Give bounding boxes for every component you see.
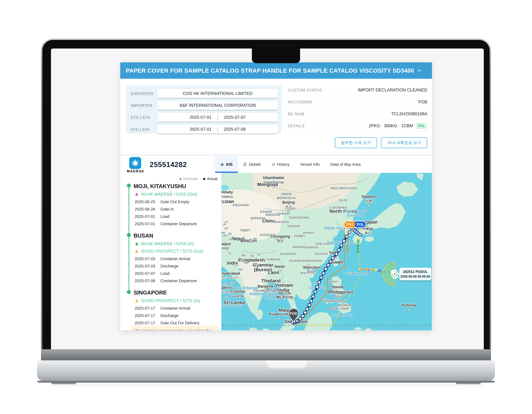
event-name: Discharge xyxy=(161,313,179,318)
map-label: 北京 xyxy=(285,205,292,209)
pol-marker[interactable]: POL xyxy=(357,222,364,226)
route-dot xyxy=(337,248,340,251)
map-label: Luzon xyxy=(328,279,337,283)
route-dot xyxy=(324,268,327,270)
map-label: HEILONGJIANG xyxy=(331,186,357,190)
route-dot xyxy=(342,240,345,242)
route-dot xyxy=(331,256,334,260)
ship-icon xyxy=(135,192,139,196)
city-dot-icon xyxy=(307,265,309,267)
tab-history-icon: ↺ xyxy=(272,162,275,167)
vertical-divider xyxy=(213,160,213,170)
typhoon-track-dot-orange xyxy=(370,269,372,271)
timeline-event: 2025-07-03Container Arrival xyxy=(133,257,221,261)
map-label: ಬೆಂಗಳೂರು xyxy=(221,290,229,294)
tracking-number: 255514282 xyxy=(150,160,187,169)
map-label: GUIZHOU xyxy=(280,252,296,256)
port-dot-icon xyxy=(127,184,131,188)
timeline-event: 2025-07-01Load xyxy=(133,214,221,219)
route-dot xyxy=(359,233,361,236)
route-dot xyxy=(340,244,343,247)
timeline-event: 2025-07-17Discharge xyxy=(133,313,221,318)
vessel-name: GOOD PROSPECT / 527S (Out) xyxy=(141,249,203,254)
field-value: 2025-07-01|2025-07-08 xyxy=(158,125,277,134)
map-label: HUNAN xyxy=(293,245,305,249)
map-label: Jaipur xyxy=(221,242,231,246)
map-label: Philippines xyxy=(328,289,353,295)
legend-actual-label: Actual xyxy=(207,177,217,181)
vessel-row: GOOD PROSPECT / 527S (Out) xyxy=(133,249,221,254)
map-label: 東京 xyxy=(364,231,371,235)
tab-history[interactable]: ↺History xyxy=(266,156,295,173)
laptop-hinge xyxy=(41,349,491,360)
map-label: MONGOLIA xyxy=(277,196,296,200)
port-name: BUSAN xyxy=(133,232,153,239)
legend-estimate-label: Estimate xyxy=(183,177,198,181)
event-date: 2025-07-01 xyxy=(135,222,157,226)
field-label: IMPORTER xyxy=(131,103,158,108)
laptop-deck-edge xyxy=(37,381,495,383)
map-label: Laccadive Sea xyxy=(221,303,242,308)
tab-ais[interactable]: ⊕AIS xyxy=(215,156,238,173)
shipment-details-panel: CUSTOM STATUSIMPORT DECLARATION CLEANEDI… xyxy=(288,84,427,132)
port-name: SINGAPORE xyxy=(133,289,167,296)
route-dot xyxy=(318,281,321,284)
route-dot xyxy=(308,304,311,307)
route-dot xyxy=(310,299,313,302)
city-dot-icon xyxy=(276,237,277,239)
timeline-event: 2025-07-03Discharge xyxy=(133,264,221,269)
event-name: Load xyxy=(161,271,170,276)
field-label: ETD | ETA xyxy=(131,115,158,120)
map-label: NL xyxy=(257,253,261,256)
tab-data-of-bay-area[interactable]: Data of Bay Area xyxy=(325,156,366,173)
city-dot-icon xyxy=(278,318,280,319)
detail-value: TCLSH25080168A xyxy=(391,111,427,116)
map-label: SHANDONG xyxy=(289,216,309,219)
city-dot-icon xyxy=(223,201,225,203)
city-dot-icon xyxy=(332,287,334,289)
timeline-note: The dynamic occurrence time comes from t… xyxy=(131,326,218,330)
view-domestic-inland-transport-button[interactable]: 국내 내륙운송 보기 xyxy=(381,137,427,148)
map-label: Palawan xyxy=(323,299,336,303)
event-name: Discharge xyxy=(161,264,179,269)
detail-row-custom-status: CUSTOM STATUSIMPORT DECLARATION CLEANED xyxy=(288,84,427,96)
pod-marker-label: POD xyxy=(290,311,297,316)
map-label: GANSU xyxy=(260,210,272,213)
view-attached-documents-button[interactable]: 첨부한 서류 보기 xyxy=(335,137,377,148)
map-label: హైదరాబాద్ xyxy=(222,276,239,280)
city-dot-icon xyxy=(273,186,275,188)
route-dot xyxy=(304,311,307,314)
tab-label: History xyxy=(277,162,289,167)
map-label: Philippine Sea xyxy=(344,271,369,276)
map-label: Basilan Island xyxy=(328,307,349,310)
tab-details[interactable]: ☰Details xyxy=(238,156,266,173)
timeline-event: 2025-07-08Container Departure xyxy=(133,279,221,283)
typhoon-center-dot xyxy=(394,273,395,275)
map-label: Kolonia xyxy=(402,303,416,307)
map-label: HUBEI xyxy=(294,234,305,238)
laptop-display: PAPER COVER FOR SAMPLE CATALOG STRAP HAN… xyxy=(51,48,484,386)
map-label: Sea of Japan xyxy=(344,208,367,213)
map-label: CG xyxy=(234,263,238,267)
port-markers-pill[interactable]: T/S1 POL xyxy=(343,221,367,228)
tab-vessel-info[interactable]: Vessel Info xyxy=(295,156,325,173)
map-label: YUNNAN xyxy=(266,258,280,261)
deck-thumb-scoop xyxy=(267,360,307,369)
ts1-marker[interactable]: T/S1 xyxy=(346,222,353,226)
field-label: ATD | ATA xyxy=(131,127,158,132)
ship-icon xyxy=(135,242,139,246)
route-dot xyxy=(314,290,317,293)
map-label: NINGXIA xyxy=(266,213,280,216)
map-label: JK xyxy=(223,223,226,226)
map-label: Vietnam xyxy=(275,282,293,288)
collapse-icon[interactable] xyxy=(415,66,424,75)
route-dot xyxy=(320,276,323,279)
field-row-importer: IMPORTERB&F INTERNATIONAL CORPORATION xyxy=(131,101,277,110)
field-row-exporter: EXPORTERCOS HK INTERNATIONAL LIMITED xyxy=(131,89,277,98)
detail-label: DETAILS xyxy=(288,124,304,128)
ship-icon xyxy=(135,249,139,253)
city-dot-icon xyxy=(229,252,231,254)
route-dot xyxy=(345,235,348,238)
map-label: Hanoi xyxy=(274,264,285,269)
ais-map[interactable]: 24-hour 48-hour MongoliaChinaJapanNorth … xyxy=(221,173,432,330)
